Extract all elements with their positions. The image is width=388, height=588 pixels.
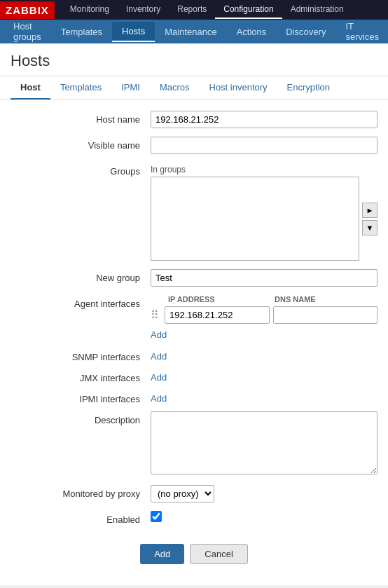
visible-name-field-wrap <box>151 137 377 154</box>
snmp-interfaces-row: SNMP interfaces Add <box>0 348 388 362</box>
ip-address-col-header: IP ADDRESS <box>168 295 271 303</box>
jmx-interfaces-label: JMX interfaces <box>11 369 151 383</box>
page-content: Hosts Host Templates IPMI Macros Host in… <box>0 43 388 585</box>
cancel-button[interactable]: Cancel <box>190 544 247 564</box>
form-body: Host name Visible name Groups In groups … <box>0 100 388 585</box>
tab-macros[interactable]: Macros <box>150 76 200 100</box>
page-title: Hosts <box>11 52 377 70</box>
monitored-by-proxy-row: Monitored by proxy (no proxy) proxy1 <box>0 485 388 502</box>
groups-in-label: In groups <box>151 163 377 177</box>
ipmi-add-link[interactable]: Add <box>151 393 167 404</box>
snmp-interfaces-field-wrap: Add <box>151 348 377 362</box>
agent-interface-row: ⠿ <box>151 306 377 324</box>
groups-list[interactable] <box>151 177 359 261</box>
sec-nav-actions[interactable]: Actions <box>227 22 277 41</box>
sec-nav-maintenance[interactable]: Maintenance <box>155 22 226 41</box>
snmp-add-link[interactable]: Add <box>151 351 167 362</box>
sec-nav-hosts[interactable]: Hosts <box>112 22 155 42</box>
dns-name-col-header: DNS NAME <box>275 295 377 303</box>
new-group-label: New group <box>11 269 151 283</box>
nav-inventory[interactable]: Inventory <box>118 1 169 19</box>
agent-ip-input[interactable] <box>165 306 270 324</box>
action-buttons: Add Cancel <box>0 533 388 575</box>
agent-dns-input[interactable] <box>273 306 378 324</box>
enabled-checkbox[interactable] <box>151 511 162 522</box>
logo[interactable]: ZABBIX <box>0 1 55 19</box>
jmx-interfaces-field-wrap: Add <box>151 369 377 383</box>
top-nav-items: Monitoring Inventory Reports Configurati… <box>62 1 352 19</box>
groups-field-wrap: In groups ► ▼ <box>151 163 377 261</box>
monitored-by-proxy-field-wrap: (no proxy) proxy1 <box>151 485 377 502</box>
groups-arrow-down[interactable]: ▼ <box>362 220 377 235</box>
nav-configuration[interactable]: Configuration <box>215 1 282 19</box>
enabled-row: Enabled <box>0 511 388 525</box>
sec-nav-templates[interactable]: Templates <box>51 22 112 41</box>
ipmi-interfaces-label: IPMI interfaces <box>11 390 151 404</box>
groups-label: Groups <box>11 163 151 177</box>
enabled-field-wrap <box>151 511 377 524</box>
tab-host-inventory[interactable]: Host inventory <box>200 76 277 100</box>
ipmi-interfaces-row: IPMI interfaces Add <box>0 390 388 404</box>
interfaces-header: IP ADDRESS DNS NAME <box>151 295 377 303</box>
visible-name-input[interactable] <box>151 137 377 154</box>
enabled-label: Enabled <box>11 511 151 525</box>
proxy-select[interactable]: (no proxy) proxy1 <box>151 485 214 502</box>
page-header: Hosts <box>0 43 388 76</box>
nav-monitoring[interactable]: Monitoring <box>62 1 118 19</box>
monitored-by-proxy-label: Monitored by proxy <box>11 485 151 499</box>
description-field-wrap <box>151 411 377 477</box>
tab-encryption[interactable]: Encryption <box>277 76 340 100</box>
host-name-label: Host name <box>11 111 151 125</box>
sec-navbar: Host groups Templates Hosts Maintenance … <box>0 20 388 43</box>
sec-nav-itservices[interactable]: IT services <box>335 17 388 46</box>
tab-bar: Host Templates IPMI Macros Host inventor… <box>0 76 388 100</box>
host-name-row: Host name <box>0 111 388 128</box>
ipmi-interfaces-field-wrap: Add <box>151 390 377 404</box>
tab-ipmi[interactable]: IPMI <box>111 76 150 100</box>
drag-handle-icon[interactable]: ⠿ <box>151 308 159 322</box>
groups-arrows: ► ▼ <box>362 177 377 261</box>
sec-nav-hostgroups[interactable]: Host groups <box>4 17 51 46</box>
new-group-row: New group <box>0 269 388 287</box>
add-button[interactable]: Add <box>140 544 184 564</box>
agent-interfaces-label: Agent interfaces <box>11 295 151 309</box>
groups-container: ► ▼ <box>151 177 377 261</box>
description-label: Description <box>11 411 151 425</box>
sec-nav-discovery[interactable]: Discovery <box>276 22 335 41</box>
agent-interfaces-field-wrap: IP ADDRESS DNS NAME ⠿ Add <box>151 295 377 340</box>
jmx-add-link[interactable]: Add <box>151 372 167 383</box>
host-name-field-wrap <box>151 111 377 128</box>
groups-arrow-right[interactable]: ► <box>362 203 377 218</box>
jmx-interfaces-row: JMX interfaces Add <box>0 369 388 383</box>
new-group-input[interactable] <box>151 269 377 287</box>
agent-interfaces-row: Agent interfaces IP ADDRESS DNS NAME ⠿ A… <box>0 295 388 340</box>
visible-name-label: Visible name <box>11 137 151 151</box>
snmp-interfaces-label: SNMP interfaces <box>11 348 151 362</box>
tab-host[interactable]: Host <box>11 76 50 100</box>
agent-add-link[interactable]: Add <box>151 329 167 340</box>
nav-reports[interactable]: Reports <box>169 1 215 19</box>
description-textarea[interactable] <box>151 411 377 474</box>
description-row: Description <box>0 411 388 477</box>
visible-name-row: Visible name <box>0 137 388 154</box>
top-navbar: ZABBIX Monitoring Inventory Reports Conf… <box>0 0 388 20</box>
new-group-field-wrap <box>151 269 377 287</box>
groups-row: Groups In groups ► ▼ <box>0 163 388 261</box>
tab-templates[interactable]: Templates <box>50 76 111 100</box>
host-name-input[interactable] <box>151 111 377 128</box>
